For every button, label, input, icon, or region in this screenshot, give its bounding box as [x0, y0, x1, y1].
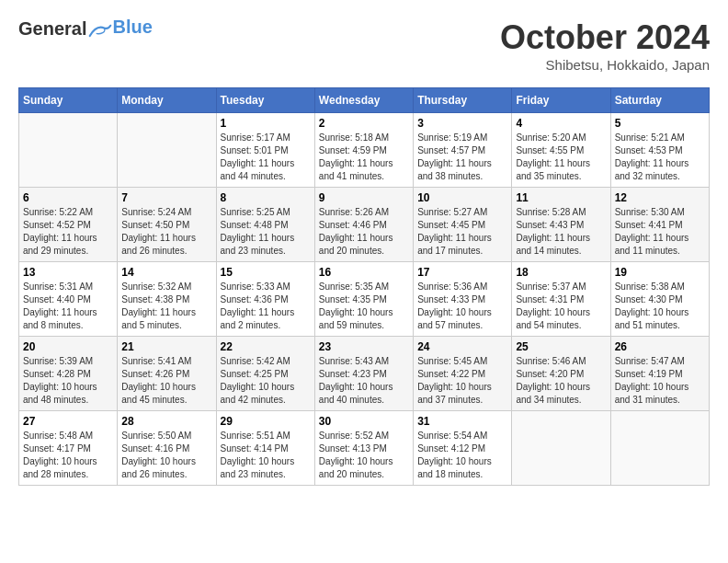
- sunset-text: Sunset: 4:31 PM: [516, 293, 606, 306]
- day-number: 1: [221, 117, 311, 130]
- calendar-cell: 1Sunrise: 5:17 AMSunset: 5:01 PMDaylight…: [216, 113, 314, 188]
- sunrise-text: Sunrise: 5:39 AM: [23, 355, 113, 368]
- day-info: Sunrise: 5:37 AMSunset: 4:31 PMDaylight:…: [516, 281, 606, 332]
- daylight-text: Daylight: 11 hours and 8 minutes.: [23, 306, 113, 332]
- calendar-cell: 18Sunrise: 5:37 AMSunset: 4:31 PMDayligh…: [512, 262, 610, 337]
- day-info: Sunrise: 5:45 AMSunset: 4:22 PMDaylight:…: [417, 355, 507, 407]
- day-number: 15: [221, 266, 311, 279]
- day-number: 27: [23, 415, 113, 428]
- calendar-cell: 5Sunrise: 5:21 AMSunset: 4:53 PMDaylight…: [610, 113, 709, 188]
- sunrise-text: Sunrise: 5:24 AM: [121, 206, 211, 219]
- sunrise-text: Sunrise: 5:18 AM: [319, 132, 409, 144]
- calendar-cell: 2Sunrise: 5:18 AMSunset: 4:59 PMDaylight…: [314, 113, 413, 188]
- day-number: 4: [516, 117, 606, 130]
- weekday-header-wednesday: Wednesday: [314, 88, 413, 113]
- calendar-cell: 31Sunrise: 5:54 AMSunset: 4:12 PMDayligh…: [414, 411, 512, 486]
- calendar-cell: 17Sunrise: 5:36 AMSunset: 4:33 PMDayligh…: [414, 262, 512, 337]
- logo-text: General: [18, 18, 112, 40]
- weekday-header-friday: Friday: [512, 88, 610, 113]
- day-info: Sunrise: 5:32 AMSunset: 4:38 PMDaylight:…: [121, 281, 211, 332]
- weekday-header-saturday: Saturday: [610, 88, 709, 113]
- day-number: 16: [319, 266, 409, 279]
- sunset-text: Sunset: 4:25 PM: [221, 368, 311, 381]
- daylight-text: Daylight: 11 hours and 41 minutes.: [319, 157, 409, 183]
- sunset-text: Sunset: 4:46 PM: [319, 219, 409, 232]
- sunset-text: Sunset: 4:43 PM: [516, 219, 606, 232]
- sunset-text: Sunset: 4:41 PM: [615, 219, 705, 232]
- logo: General Blue: [18, 18, 153, 40]
- sunrise-text: Sunrise: 5:22 AM: [23, 206, 113, 219]
- sunset-text: Sunset: 4:40 PM: [23, 293, 113, 306]
- day-number: 20: [23, 340, 113, 353]
- sunset-text: Sunset: 4:22 PM: [417, 368, 507, 381]
- day-number: 7: [121, 191, 211, 204]
- daylight-text: Daylight: 10 hours and 54 minutes.: [516, 306, 606, 332]
- calendar-cell: 28Sunrise: 5:50 AMSunset: 4:16 PMDayligh…: [118, 411, 216, 486]
- week-row-5: 27Sunrise: 5:48 AMSunset: 4:17 PMDayligh…: [19, 411, 710, 486]
- day-info: Sunrise: 5:41 AMSunset: 4:26 PMDaylight:…: [121, 355, 211, 407]
- day-info: Sunrise: 5:22 AMSunset: 4:52 PMDaylight:…: [23, 206, 113, 258]
- sunrise-text: Sunrise: 5:36 AM: [417, 281, 507, 293]
- daylight-text: Daylight: 11 hours and 44 minutes.: [221, 157, 311, 183]
- day-number: 9: [319, 191, 409, 204]
- day-number: 19: [615, 266, 705, 279]
- daylight-text: Daylight: 11 hours and 2 minutes.: [221, 306, 311, 332]
- calendar-cell: 13Sunrise: 5:31 AMSunset: 4:40 PMDayligh…: [19, 262, 118, 337]
- calendar-cell: 7Sunrise: 5:24 AMSunset: 4:50 PMDaylight…: [118, 188, 216, 262]
- calendar-cell: 27Sunrise: 5:48 AMSunset: 4:17 PMDayligh…: [19, 411, 118, 486]
- sunset-text: Sunset: 5:01 PM: [221, 144, 311, 157]
- calendar-cell: 26Sunrise: 5:47 AMSunset: 4:19 PMDayligh…: [610, 337, 709, 411]
- day-info: Sunrise: 5:36 AMSunset: 4:33 PMDaylight:…: [417, 281, 507, 332]
- day-info: Sunrise: 5:50 AMSunset: 4:16 PMDaylight:…: [121, 430, 211, 481]
- sunrise-text: Sunrise: 5:43 AM: [319, 355, 409, 368]
- daylight-text: Daylight: 11 hours and 35 minutes.: [516, 157, 606, 183]
- day-number: 23: [319, 340, 409, 353]
- sunset-text: Sunset: 4:17 PM: [23, 442, 113, 455]
- daylight-text: Daylight: 11 hours and 17 minutes.: [417, 232, 507, 258]
- location: Shibetsu, Hokkaido, Japan: [500, 57, 710, 73]
- sunrise-text: Sunrise: 5:19 AM: [417, 132, 507, 144]
- week-row-3: 13Sunrise: 5:31 AMSunset: 4:40 PMDayligh…: [19, 262, 710, 337]
- calendar-cell: [610, 411, 709, 486]
- day-info: Sunrise: 5:26 AMSunset: 4:46 PMDaylight:…: [319, 206, 409, 258]
- day-info: Sunrise: 5:33 AMSunset: 4:36 PMDaylight:…: [221, 281, 311, 332]
- calendar-cell: 14Sunrise: 5:32 AMSunset: 4:38 PMDayligh…: [118, 262, 216, 337]
- daylight-text: Daylight: 11 hours and 20 minutes.: [319, 232, 409, 258]
- logo-bird-icon: [88, 21, 112, 40]
- sunrise-text: Sunrise: 5:17 AM: [221, 132, 311, 144]
- sunrise-text: Sunrise: 5:30 AM: [615, 206, 705, 219]
- calendar-cell: [118, 113, 216, 188]
- sunrise-text: Sunrise: 5:33 AM: [221, 281, 311, 293]
- sunrise-text: Sunrise: 5:47 AM: [615, 355, 705, 368]
- sunset-text: Sunset: 4:13 PM: [319, 442, 409, 455]
- daylight-text: Daylight: 10 hours and 40 minutes.: [319, 381, 409, 407]
- daylight-text: Daylight: 10 hours and 34 minutes.: [516, 381, 606, 407]
- calendar-cell: 20Sunrise: 5:39 AMSunset: 4:28 PMDayligh…: [19, 337, 118, 411]
- calendar-cell: 12Sunrise: 5:30 AMSunset: 4:41 PMDayligh…: [610, 188, 709, 262]
- calendar-cell: [19, 113, 118, 188]
- day-info: Sunrise: 5:48 AMSunset: 4:17 PMDaylight:…: [23, 430, 113, 481]
- day-number: 25: [516, 340, 606, 353]
- calendar-cell: [512, 411, 610, 486]
- sunrise-text: Sunrise: 5:38 AM: [615, 281, 705, 293]
- title-block: October 2024 Shibetsu, Hokkaido, Japan: [500, 18, 710, 73]
- sunset-text: Sunset: 4:38 PM: [121, 293, 211, 306]
- week-row-1: 1Sunrise: 5:17 AMSunset: 5:01 PMDaylight…: [19, 113, 710, 188]
- day-number: 14: [121, 266, 211, 279]
- sunrise-text: Sunrise: 5:37 AM: [516, 281, 606, 293]
- day-number: 22: [221, 340, 311, 353]
- day-number: 24: [417, 340, 507, 353]
- sunset-text: Sunset: 4:19 PM: [615, 368, 705, 381]
- calendar-cell: 9Sunrise: 5:26 AMSunset: 4:46 PMDaylight…: [314, 188, 413, 262]
- month-title: October 2024: [500, 18, 710, 57]
- day-number: 2: [319, 117, 409, 130]
- sunset-text: Sunset: 4:50 PM: [121, 219, 211, 232]
- daylight-text: Daylight: 10 hours and 23 minutes.: [221, 455, 311, 481]
- day-info: Sunrise: 5:25 AMSunset: 4:48 PMDaylight:…: [221, 206, 311, 258]
- sunset-text: Sunset: 4:53 PM: [615, 144, 705, 157]
- calendar-cell: 15Sunrise: 5:33 AMSunset: 4:36 PMDayligh…: [216, 262, 314, 337]
- day-info: Sunrise: 5:19 AMSunset: 4:57 PMDaylight:…: [417, 132, 507, 183]
- sunset-text: Sunset: 4:45 PM: [417, 219, 507, 232]
- sunrise-text: Sunrise: 5:35 AM: [319, 281, 409, 293]
- daylight-text: Daylight: 11 hours and 23 minutes.: [221, 232, 311, 258]
